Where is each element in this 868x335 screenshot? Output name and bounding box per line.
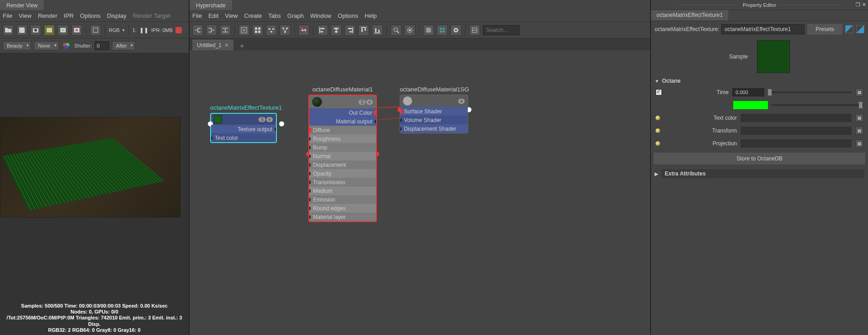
add-graph-icon[interactable]	[280, 25, 291, 36]
hs-menu-view[interactable]: View	[225, 12, 238, 19]
hs-menu-window[interactable]: Window	[310, 12, 331, 19]
material-output-port[interactable]: Material output	[309, 117, 376, 126]
text-color-port[interactable]: Text color	[211, 133, 276, 142]
menu-file[interactable]: File	[3, 12, 12, 19]
hs-menu-options[interactable]: Options	[338, 12, 358, 19]
opacity-port[interactable]: Opacity	[309, 169, 376, 178]
grid-icon[interactable]	[423, 25, 434, 36]
ipr-stop-icon[interactable]	[71, 25, 82, 36]
hs-menu-edit[interactable]: Edit	[208, 12, 218, 19]
transform-map-button[interactable]: ▦	[855, 127, 863, 135]
close-icon[interactable]: ✕	[224, 42, 229, 48]
displacement-port[interactable]: Displacement	[309, 160, 376, 169]
node-texture[interactable]: octaneMatrixEffectTexture1 S≡ Texture ou…	[210, 104, 282, 143]
surface-shader-port[interactable]: Surface Shader	[400, 107, 468, 116]
octane-section-header[interactable]: ▼ Octane	[651, 76, 868, 86]
zoom-icon[interactable]	[391, 25, 402, 36]
hs-menu-file[interactable]: File	[192, 12, 202, 19]
align-left-icon[interactable]	[317, 25, 328, 36]
projection-label: Projection	[664, 140, 737, 147]
material-layer-port[interactable]: Material layer	[309, 213, 376, 221]
restore-window-icon[interactable]: ❐	[856, 2, 860, 8]
color-swatch-green[interactable]	[733, 101, 768, 109]
align-center-icon[interactable]	[331, 25, 342, 36]
snap-grid-icon[interactable]	[437, 25, 448, 36]
solo-icon[interactable]	[450, 25, 461, 36]
out-color-port[interactable]: Out Color	[309, 108, 376, 117]
render-viewport[interactable]: Samples: 500/500 Time: 00:00:03/00:00:03…	[0, 53, 189, 335]
medium-port[interactable]: Medium	[309, 186, 376, 195]
node-name-label: octaneMatrixEffectTexture:	[655, 26, 719, 32]
output-connections-icon[interactable]	[206, 25, 217, 36]
search-input[interactable]	[483, 25, 519, 35]
restore-icon[interactable]	[469, 25, 480, 36]
menu-options[interactable]: Options	[80, 12, 101, 19]
layer-dropdown[interactable]: None	[34, 41, 58, 50]
record-icon[interactable]	[175, 27, 182, 33]
node-material[interactable]: octaneDiffuseMaterial1 S≡ Out Color Mate…	[308, 86, 377, 222]
normal-port[interactable]: Normal	[309, 152, 376, 160]
align-top-icon[interactable]	[358, 25, 369, 36]
render-region-icon[interactable]	[90, 25, 101, 36]
menu-display[interactable]: Display	[107, 12, 127, 19]
time-slider[interactable]	[768, 91, 852, 93]
folder-icon[interactable]	[3, 25, 14, 36]
hs-menu-graph[interactable]: Graph	[287, 12, 304, 19]
node-name-field[interactable]: octaneMatrixEffectTexture1	[721, 24, 804, 34]
input-connections-icon[interactable]	[192, 25, 203, 36]
snapshot-icon[interactable]	[30, 25, 41, 36]
transmission-port[interactable]: Transmission	[309, 178, 376, 186]
frame-all-icon[interactable]	[404, 25, 415, 36]
emission-port[interactable]: Emission	[309, 195, 376, 204]
graph-tab[interactable]: Untitled_1 ✕	[192, 40, 233, 50]
connection-dot-icon	[656, 128, 660, 133]
projection-map-button[interactable]: ▦	[855, 139, 863, 148]
graph-material-icon[interactable]	[266, 25, 277, 36]
hs-menu-help[interactable]: Help	[365, 12, 377, 19]
hs-menu-tabs[interactable]: Tabs	[268, 12, 281, 19]
text-color-map-button[interactable]: ▦	[855, 114, 863, 122]
align-bottom-icon[interactable]	[372, 25, 383, 36]
roughness-port[interactable]: Roughness	[309, 134, 376, 143]
both-connections-icon[interactable]	[220, 25, 231, 36]
align-right-icon[interactable]	[344, 25, 355, 36]
texture-output-port[interactable]: Texture output	[211, 125, 276, 133]
ipr-start-icon[interactable]	[58, 25, 69, 36]
hs-menu-create[interactable]: Create	[244, 12, 262, 19]
node-shading-group[interactable]: octaneDiffuseMaterial1SG ≡ Surface Shade…	[400, 86, 469, 133]
displacement-shader-port[interactable]: Displacement Shader	[400, 124, 468, 133]
pass-dropdown[interactable]: Beauty	[3, 41, 31, 50]
remove-node-icon[interactable]	[298, 25, 309, 36]
property-tab[interactable]: octaneMatrixEffectTexture1	[651, 10, 728, 21]
menu-render[interactable]: Render	[38, 12, 58, 19]
bump-port[interactable]: Bump	[309, 143, 376, 152]
color-mgmt-icon[interactable]	[62, 41, 72, 50]
clear-graph-icon[interactable]	[238, 25, 249, 36]
show-output-icon[interactable]	[856, 25, 864, 33]
close-panel-icon[interactable]: ✕	[862, 2, 866, 8]
time-map-button[interactable]: ▦	[855, 88, 863, 96]
render-icon[interactable]	[44, 25, 55, 36]
color-slider[interactable]	[772, 104, 863, 106]
add-tab-button[interactable]: +	[240, 42, 244, 50]
after-dropdown[interactable]: After	[112, 41, 135, 50]
save-icon[interactable]	[16, 25, 27, 36]
pause-icon[interactable]: ❚❚	[139, 27, 148, 33]
projection-field[interactable]	[741, 139, 852, 148]
show-input-icon[interactable]	[845, 25, 853, 33]
shutter-input[interactable]	[95, 41, 109, 50]
menu-view[interactable]: View	[19, 12, 32, 19]
enable-checkbox[interactable]	[656, 89, 662, 96]
round-edges-port[interactable]: Round edges	[309, 204, 376, 213]
rearrange-icon[interactable]	[252, 25, 263, 36]
presets-button[interactable]: Presets	[807, 24, 842, 35]
time-input[interactable]	[732, 88, 764, 96]
text-color-field[interactable]	[741, 114, 852, 122]
volume-shader-port[interactable]: Volume Shader	[400, 116, 468, 124]
diffuse-port[interactable]: Diffuse	[309, 126, 376, 134]
store-button[interactable]: Store to OctaneDB	[654, 153, 865, 165]
transform-field[interactable]	[741, 127, 852, 135]
menu-ipr[interactable]: IPR	[64, 12, 74, 19]
extra-attributes-header[interactable]: ▶ Extra Attributes	[651, 167, 868, 180]
node-graph[interactable]: octaneMatrixEffectTexture1 S≡ Texture ou…	[190, 50, 650, 335]
